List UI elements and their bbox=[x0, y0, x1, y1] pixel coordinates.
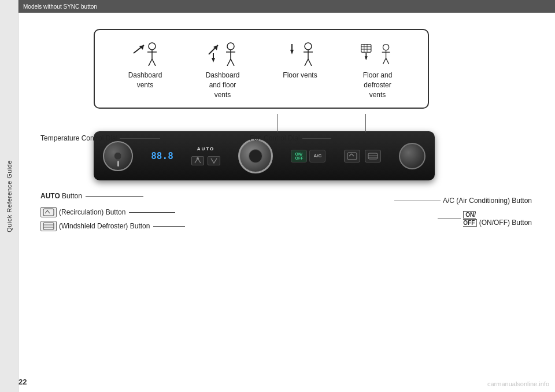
ac-button[interactable]: A/C bbox=[309, 150, 325, 162]
floor-defroster-vents-label: Floor anddefrostervents bbox=[363, 71, 393, 99]
svg-rect-37 bbox=[368, 153, 378, 159]
auto-button-label: AUTO Button bbox=[40, 192, 82, 200]
recirculation-button-label: (Recirculation) Button bbox=[59, 208, 125, 216]
vent-item-floor: Floor vents bbox=[265, 40, 335, 80]
onoff-line bbox=[438, 219, 461, 219]
on-off-button-annotation: ON/OFF (ON/OFF) Button bbox=[438, 210, 532, 227]
fan-control-dial[interactable] bbox=[238, 139, 273, 173]
auto-button-annotation: AUTO Button bbox=[40, 192, 143, 200]
windshield-icon bbox=[40, 221, 57, 231]
ac-line bbox=[394, 201, 441, 201]
floor-vents-label: Floor vents bbox=[283, 71, 317, 80]
connector-line-2 bbox=[365, 114, 366, 132]
recirculation-icon bbox=[40, 207, 57, 217]
dashboard-floor-vents-label: Dashboardand floorvents bbox=[206, 71, 240, 99]
main-content: Dashboardvents Dashboardand floorvents bbox=[18, 13, 555, 392]
vent-item-dashboard-floor: Dashboardand floorvents bbox=[188, 40, 257, 99]
svg-point-11 bbox=[227, 43, 234, 50]
windshield-defroster-button[interactable] bbox=[365, 150, 381, 162]
connector-line-1 bbox=[277, 114, 278, 132]
svg-point-35 bbox=[197, 157, 199, 160]
auto-btn-line bbox=[86, 196, 143, 197]
fan-dial-line bbox=[302, 138, 331, 139]
recirculation-button-annotation: (Recirculation) Button bbox=[40, 207, 175, 217]
ac-button-label: A/C (Air Conditioning) Button bbox=[443, 197, 532, 205]
svg-marker-10 bbox=[212, 58, 215, 62]
vent-selector-box: Dashboardvents Dashboardand floorvents bbox=[94, 29, 429, 109]
vent-item-dashboard: Dashboardvents bbox=[110, 40, 180, 90]
top-bar: Models without SYNC button bbox=[18, 0, 555, 13]
temperature-dial[interactable] bbox=[103, 141, 133, 171]
dashboard-floor-vents-icon bbox=[205, 40, 240, 66]
svg-marker-1 bbox=[139, 45, 144, 50]
top-bar-label: Models without SYNC button bbox=[23, 3, 97, 10]
svg-line-5 bbox=[149, 59, 152, 66]
svg-marker-17 bbox=[290, 50, 294, 54]
temp-dial-line bbox=[120, 138, 160, 139]
svg-point-30 bbox=[383, 45, 388, 50]
svg-line-22 bbox=[308, 59, 312, 66]
right-buttons: ON/OFF A/C bbox=[291, 150, 325, 162]
floor-defroster-vents-icon bbox=[360, 40, 395, 66]
mode-button-down[interactable] bbox=[208, 156, 220, 165]
watermark: carmanualsonline.info bbox=[487, 380, 549, 387]
fan-control-dial-annotation: Fan Control Dial bbox=[250, 134, 331, 142]
windshield-defroster-label: (Windshield Defroster) Button bbox=[59, 222, 150, 230]
svg-rect-41 bbox=[43, 223, 54, 230]
dashboard-vents-label: Dashboardvents bbox=[128, 71, 162, 90]
on-off-button[interactable]: ON/OFF bbox=[291, 150, 307, 162]
floor-vents-icon bbox=[283, 40, 317, 66]
mode-button-left[interactable] bbox=[191, 156, 204, 165]
temperature-control-dial-label: Temperature Control Dial bbox=[40, 134, 117, 142]
lcd-display: 88.8 bbox=[151, 150, 173, 161]
svg-line-33 bbox=[383, 58, 386, 64]
svg-point-2 bbox=[149, 43, 156, 50]
center-panel: AUTO bbox=[191, 146, 220, 165]
windshield-defroster-annotation: (Windshield Defroster) Button bbox=[40, 221, 185, 231]
windshield-line bbox=[153, 226, 185, 227]
svg-line-34 bbox=[386, 58, 389, 64]
svg-rect-36 bbox=[347, 153, 357, 160]
sidebar-label: Quick Reference Guide bbox=[6, 160, 13, 232]
svg-line-15 bbox=[231, 59, 234, 66]
fan-control-dial-label: Fan Control Dial bbox=[250, 134, 300, 142]
svg-line-21 bbox=[305, 59, 308, 66]
sidebar: Quick Reference Guide bbox=[0, 0, 18, 392]
svg-line-6 bbox=[152, 59, 156, 66]
vent-item-floor-defroster: Floor anddefrostervents bbox=[343, 40, 412, 99]
recirculation-button[interactable] bbox=[344, 150, 360, 162]
on-off-button-label: ON/OFF (ON/OFF) Button bbox=[463, 210, 532, 227]
svg-line-14 bbox=[227, 59, 231, 66]
lcd-value: 88.8 bbox=[151, 150, 173, 161]
svg-point-18 bbox=[305, 43, 312, 50]
page-number: 22 bbox=[18, 378, 27, 386]
ac-button-annotation: A/C (Air Conditioning) Button bbox=[394, 197, 532, 205]
recirc-line bbox=[129, 212, 175, 213]
auto-label: AUTO bbox=[197, 146, 215, 151]
svg-marker-29 bbox=[365, 56, 368, 60]
temperature-control-dial-annotation: Temperature Control Dial bbox=[40, 134, 160, 142]
svg-rect-23 bbox=[361, 45, 371, 53]
right-dial[interactable] bbox=[399, 143, 426, 169]
dashboard-vents-icon bbox=[128, 40, 162, 66]
icon-buttons bbox=[344, 150, 381, 162]
